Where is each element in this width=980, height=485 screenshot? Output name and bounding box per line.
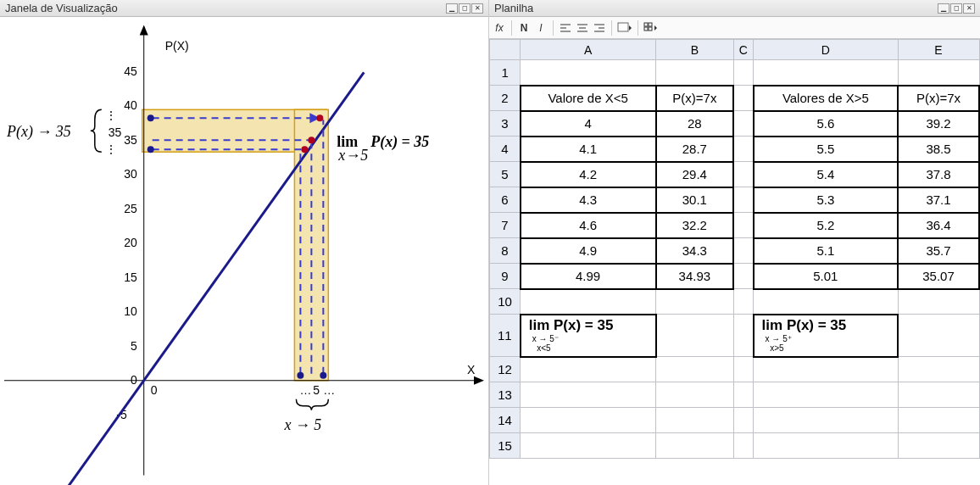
row-header[interactable]: 13 [490, 382, 521, 408]
cell-C11[interactable] [733, 315, 753, 357]
cell-B15[interactable] [656, 433, 734, 459]
cell-B11[interactable] [656, 315, 734, 357]
row-header[interactable]: 10 [490, 289, 521, 315]
cell-C13[interactable] [733, 382, 753, 408]
cell-B5[interactable]: 29.4 [656, 162, 734, 187]
minimize-icon[interactable]: ▁ [938, 3, 949, 14]
cell-E7[interactable]: 36.4 [898, 213, 979, 238]
row-header[interactable]: 2 [490, 86, 521, 111]
cell-A12[interactable] [521, 357, 656, 382]
cell-D4[interactable]: 5.5 [754, 137, 898, 162]
corner-cell[interactable] [490, 40, 521, 60]
cell-B1[interactable] [656, 60, 734, 86]
col-header-D[interactable]: D [754, 40, 898, 60]
cell-A9[interactable]: 4.99 [521, 264, 656, 289]
cell-A4[interactable]: 4.1 [521, 137, 656, 162]
graph-viewport[interactable]: -5 0 5 10 15 20 25 30 35 40 45 0 5 … … P… [0, 17, 488, 485]
close-icon[interactable]: ✕ [471, 3, 483, 14]
italic-button[interactable]: I [534, 20, 548, 36]
cell-A2[interactable]: Valore de X<5 [521, 86, 656, 111]
restore-icon[interactable]: ◻ [950, 3, 962, 14]
cell-A5[interactable]: 4.2 [521, 162, 656, 187]
cell-D12[interactable] [754, 357, 898, 382]
cell-D15[interactable] [754, 433, 898, 459]
cell-B13[interactable] [656, 382, 734, 408]
cell-A1[interactable] [521, 60, 656, 86]
close-icon[interactable]: ✕ [963, 3, 975, 14]
cell-A14[interactable] [521, 408, 656, 433]
cell-D14[interactable] [754, 408, 898, 433]
cell-B2[interactable]: P(x)=7x [656, 86, 734, 111]
cell-B12[interactable] [656, 357, 734, 382]
cell-C15[interactable] [733, 433, 753, 459]
col-header-C[interactable]: C [733, 40, 753, 60]
cell-C10[interactable] [733, 289, 753, 315]
cell-D3[interactable]: 5.6 [754, 111, 898, 137]
align-center-icon[interactable] [576, 20, 589, 36]
cell-B6[interactable]: 30.1 [656, 187, 734, 213]
cell-D7[interactable]: 5.2 [754, 213, 898, 238]
cell-A8[interactable]: 4.9 [521, 238, 656, 264]
cell-E15[interactable] [898, 433, 979, 459]
cell-D10[interactable] [754, 289, 898, 315]
row-header[interactable]: 8 [490, 238, 521, 264]
restore-icon[interactable]: ◻ [459, 3, 471, 14]
row-header[interactable]: 11 [490, 315, 521, 357]
cell-B8[interactable]: 34.3 [656, 238, 734, 264]
cell-A6[interactable]: 4.3 [521, 187, 656, 213]
cell-D5[interactable]: 5.4 [754, 162, 898, 187]
cell-C2[interactable] [733, 86, 753, 111]
cell-E11[interactable] [898, 315, 979, 357]
cell-B7[interactable]: 32.2 [656, 213, 734, 238]
align-left-icon[interactable] [559, 20, 572, 36]
row-header[interactable]: 5 [490, 162, 521, 187]
cell-C9[interactable] [733, 264, 753, 289]
borders-icon[interactable] [643, 20, 659, 36]
cell-B10[interactable] [656, 289, 734, 315]
cell-E3[interactable]: 39.2 [898, 111, 979, 137]
cell-D8[interactable]: 5.1 [754, 238, 898, 264]
col-header-E[interactable]: E [898, 40, 979, 60]
cell-E13[interactable] [898, 382, 979, 408]
row-header[interactable]: 9 [490, 264, 521, 289]
cell-E9[interactable]: 35.07 [898, 264, 979, 289]
cell-E12[interactable] [898, 357, 979, 382]
cell-E1[interactable] [898, 60, 979, 86]
cell-C5[interactable] [733, 162, 753, 187]
spreadsheet-grid[interactable]: ABCDE12Valore de X<5P(x)=7xValores de X>… [489, 39, 980, 459]
cell-C4[interactable] [733, 137, 753, 162]
cell-C1[interactable] [733, 60, 753, 86]
cell-C14[interactable] [733, 408, 753, 433]
cell-E4[interactable]: 38.5 [898, 137, 979, 162]
cell-C12[interactable] [733, 357, 753, 382]
fx-icon[interactable]: fx [493, 20, 506, 36]
row-header[interactable]: 12 [490, 357, 521, 382]
cell-E2[interactable]: P(x)=7x [898, 86, 979, 111]
cell-E10[interactable] [898, 289, 979, 315]
cell-D13[interactable] [754, 382, 898, 408]
cell-E5[interactable]: 37.8 [898, 162, 979, 187]
row-header[interactable]: 4 [490, 137, 521, 162]
cell-B9[interactable]: 34.93 [656, 264, 734, 289]
cell-A15[interactable] [521, 433, 656, 459]
cell-D2[interactable]: Valores de X>5 [754, 86, 898, 111]
row-header[interactable]: 7 [490, 213, 521, 238]
cell-E8[interactable]: 35.7 [898, 238, 979, 264]
cell-B3[interactable]: 28 [656, 111, 734, 137]
cell-A7[interactable]: 4.6 [521, 213, 656, 238]
cell-D11[interactable]: lim P(x) = 35x → 5⁺ x>5 [754, 315, 898, 357]
fill-color-icon[interactable] [617, 20, 632, 36]
cell-C3[interactable] [733, 111, 753, 137]
cell-E14[interactable] [898, 408, 979, 433]
cell-D6[interactable]: 5.3 [754, 187, 898, 213]
row-header[interactable]: 14 [490, 408, 521, 433]
cell-A3[interactable]: 4 [521, 111, 656, 137]
row-header[interactable]: 15 [490, 433, 521, 459]
bold-button[interactable]: N [517, 20, 531, 36]
cell-A11[interactable]: lim P(x) = 35x → 5⁻ x<5 [521, 315, 656, 357]
col-header-A[interactable]: A [521, 40, 656, 60]
cell-B4[interactable]: 28.7 [656, 137, 734, 162]
minimize-icon[interactable]: ▁ [446, 3, 458, 14]
cell-D9[interactable]: 5.01 [754, 264, 898, 289]
align-right-icon[interactable] [593, 20, 606, 36]
